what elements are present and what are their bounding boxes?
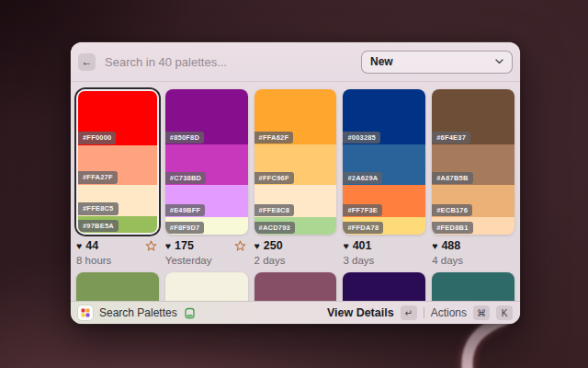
heart-icon: ♥ [432,241,437,251]
actions-button[interactable]: Actions [431,306,467,319]
color-swatch: #F8F9D7 [165,217,248,235]
color-swatch: #FFE8C8 [254,185,337,217]
heart-icon: ♥ [254,241,260,251]
color-swatch: #FED8B1 [432,217,514,235]
heart-icon: ♥ [165,241,171,251]
hex-code-label: #FFE8C8 [254,204,295,217]
likes-count: 401 [353,240,372,252]
hex-code-label: #6F4E37 [432,132,470,144]
palette-card[interactable]: #FFA62F #FFC96F #FFE8C8 #ACD793 [254,89,337,235]
likes-count: 250 [264,240,283,252]
heart-icon: ♥ [76,241,82,251]
color-swatch: #003285 [343,89,425,144]
palette-card[interactable]: #850F8D #C738BD #E49BFF #F8F9D7 [165,89,248,235]
hex-code-label: #F8F9D7 [165,222,205,235]
color-swatch: #FFA27F [78,145,157,185]
favorite-star-icon[interactable] [145,240,157,252]
extension-icon [78,305,93,320]
hex-code-label: #ECB176 [432,204,472,217]
color-swatch: #6F4E37 [432,89,514,144]
palette-card-icon [184,307,196,319]
favorite-star-icon[interactable] [234,240,246,252]
hex-code-label: #FFDA78 [343,222,383,235]
sort-dropdown[interactable]: New [361,51,513,74]
palette-age: 4 days [432,255,514,266]
chevron-down-icon [495,59,503,64]
desktop-background: ← New #FF0000 #FFA27F #FFE8C5 #97BE5A [0,0,588,368]
palette-card[interactable]: #003285 #2A629A #FF7F3E #FFDA78 [343,89,425,235]
search-bar: ← New [71,42,520,82]
back-arrow-icon: ← [82,55,93,68]
back-button[interactable]: ← [78,53,96,71]
hex-code-label: #FF7F3E [343,204,382,217]
palette-age: 8 hours [76,255,159,266]
likes-count: 175 [175,240,194,252]
hex-code-label: #C738BD [165,172,206,185]
hex-code-label: #FFA27F [78,171,118,184]
hex-code-label: #003285 [343,132,380,144]
color-swatch: #2A629A [343,144,425,185]
hex-code-label: #2A629A [343,172,382,185]
palette-meta: ♥ 488 4 days [432,239,514,266]
view-details-button[interactable]: View Details [327,306,394,319]
color-swatch: #ECB176 [432,185,514,217]
palette-age: 2 days [254,255,337,266]
extension-name: Search Palettes [99,306,177,319]
color-swatch: #FFDA78 [343,217,425,235]
hex-code-label: #FFE8C5 [78,202,119,215]
palette-meta-row: ♥ 44 8 hours ♥ 175 Yesterday [71,239,520,266]
palette-search-window: ← New #FF0000 #FFA27F #FFE8C5 #97BE5A [71,42,520,324]
hex-code-label: #FF0000 [78,132,116,144]
color-swatch: #A67B5B [432,144,514,185]
palette-meta: ♥ 175 Yesterday [165,239,248,266]
palette-card[interactable]: #FF0000 #FFA27F #FFE8C5 #97BE5A [76,89,159,235]
color-swatch: #E49BFF [165,185,248,217]
color-swatch: #FFC96F [254,144,337,185]
hex-code-label: #E49BFF [165,204,206,217]
color-swatch: #ACD793 [254,217,337,235]
palette-meta: ♥ 250 2 days [254,239,337,266]
palette-age: Yesterday [165,255,248,266]
action-bar: Search Palettes View Details ↵ Actions ⌘… [71,301,520,324]
likes-count: 488 [441,240,460,252]
palette-grid: #FF0000 #FFA27F #FFE8C5 #97BE5A #850F8D … [71,89,520,235]
footer-divider [424,307,424,318]
color-swatch: #850F8D [165,89,248,144]
hex-code-label: #FED8B1 [432,222,472,235]
palette-age: 3 days [343,255,425,266]
palette-meta: ♥ 44 8 hours [76,239,159,266]
hex-code-label: #ACD793 [254,222,295,235]
hex-code-label: #97BE5A [78,220,119,233]
hex-code-label: #A67B5B [432,172,472,185]
command-key-icon: ⌘ [473,305,490,320]
heart-icon: ♥ [343,241,348,251]
sort-dropdown-value: New [370,55,393,68]
color-swatch: #FFE8C5 [78,185,157,216]
likes-count: 44 [85,240,98,252]
color-swatch: #FFA62F [254,89,337,144]
color-swatch: #C738BD [165,144,248,185]
hex-code-label: #FFC96F [254,172,294,185]
k-key-icon: K [496,305,513,320]
color-swatch: #FF7F3E [343,185,425,217]
palette-meta: ♥ 401 3 days [343,239,425,266]
search-input[interactable] [105,55,361,69]
hex-code-label: #FFA62F [254,132,294,144]
hex-code-label: #850F8D [165,132,204,144]
color-swatch: #97BE5A [78,216,157,233]
color-swatch: #FF0000 [78,91,157,145]
palette-card[interactable]: #6F4E37 #A67B5B #ECB176 #FED8B1 [432,89,514,235]
enter-key-icon: ↵ [401,305,417,320]
